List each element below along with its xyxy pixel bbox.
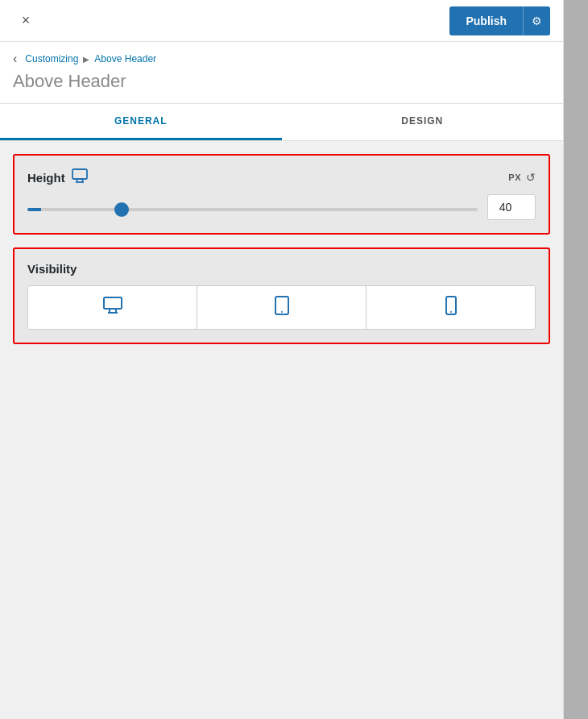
breadcrumb-parent: Customizing — [25, 53, 78, 64]
breadcrumb-child: Above Header — [94, 53, 156, 64]
height-section: Height PX ↺ — [13, 154, 550, 235]
svg-point-9 — [281, 311, 283, 313]
desktop-vis-icon — [103, 297, 122, 318]
publish-button[interactable]: Publish — [449, 6, 523, 35]
unit-reset-group: PX ↺ — [508, 171, 536, 184]
page-title: Above Header — [13, 71, 550, 92]
main-content: Height PX ↺ — [0, 141, 563, 719]
breadcrumb-arrow: ▶ — [83, 55, 89, 64]
slider-row — [27, 194, 536, 220]
svg-rect-0 — [72, 169, 87, 179]
height-slider[interactable] — [27, 208, 478, 211]
visibility-title: Visibility — [27, 262, 536, 276]
height-header-row: Height PX ↺ — [27, 168, 536, 186]
svg-point-11 — [450, 311, 452, 313]
desktop-icon — [72, 168, 88, 186]
slider-container — [27, 200, 478, 214]
reset-icon: ↺ — [526, 171, 536, 184]
tab-general[interactable]: GENERAL — [0, 104, 282, 140]
svg-rect-4 — [104, 297, 122, 309]
breadcrumb: ‹ Customizing ▶ Above Header — [13, 52, 550, 66]
tab-design[interactable]: DESIGN — [282, 104, 564, 140]
visibility-buttons-group — [27, 285, 536, 330]
visibility-mobile-button[interactable] — [366, 286, 535, 329]
unit-label: PX — [508, 172, 521, 182]
visibility-desktop-button[interactable] — [28, 286, 197, 329]
mobile-vis-icon — [445, 296, 457, 319]
tablet-vis-icon — [275, 296, 289, 319]
gear-icon: ⚙ — [532, 15, 542, 27]
height-value-input[interactable] — [487, 194, 536, 220]
visibility-section: Visibility — [13, 247, 550, 344]
reset-button[interactable]: ↺ — [526, 171, 536, 184]
settings-button[interactable]: ⚙ — [523, 6, 550, 35]
side-strip — [564, 0, 588, 719]
publish-group: Publish ⚙ — [449, 6, 550, 35]
visibility-tablet-button[interactable] — [197, 286, 366, 329]
header-area: ‹ Customizing ▶ Above Header Above Heade… — [0, 42, 563, 104]
back-button[interactable]: ‹ — [13, 52, 17, 66]
tabs-container: GENERAL DESIGN — [0, 104, 563, 141]
height-label: Height — [27, 171, 65, 185]
close-button[interactable]: × — [13, 8, 39, 34]
top-bar: × Publish ⚙ — [0, 0, 563, 42]
height-label-group: Height — [27, 168, 88, 186]
